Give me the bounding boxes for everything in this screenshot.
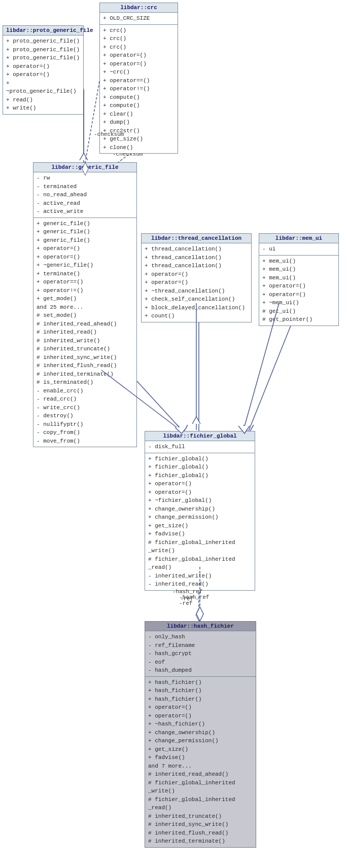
libdar-thread-cancellation-title: libdar::thread_cancellation [142, 234, 251, 243]
libdar-mem-ui-methods: + mem_ui() + mem_ui() + mem_ui() + opera… [259, 256, 338, 326]
libdar-proto-generic-file-methods: + proto_generic_file() + proto_generic_f… [3, 35, 83, 114]
libdar-hash-fichier-fields: - only_hash - ref_filename - hash_gcrypt… [145, 631, 256, 677]
libdar-fichier-global-box: libdar::fichier_global - disk_full + fic… [145, 431, 255, 591]
hash-ref-text: -hash_ref [179, 594, 209, 600]
libdar-crc-title: libdar::crc [100, 3, 178, 13]
libdar-hash-fichier-title: libdar::hash_fichier [145, 622, 256, 631]
svg-line-9 [85, 81, 99, 162]
libdar-generic-file-methods: + generic_file() + generic_file() + gene… [33, 218, 136, 447]
libdar-proto-generic-file-box: libdar::proto_generic_file + proto_gener… [3, 25, 84, 115]
libdar-fichier-global-title: libdar::fichier_global [145, 431, 255, 441]
hash-ref-label: -hash_ref -ref [179, 594, 209, 606]
libdar-fichier-global-fields: - disk_full [145, 441, 255, 453]
svg-marker-16 [196, 607, 203, 621]
libdar-thread-cancellation-box: libdar::thread_cancellation + thread_can… [141, 233, 252, 322]
svg-marker-7 [196, 608, 202, 621]
libdar-hash-fichier-box: libdar::hash_fichier - only_hash - ref_f… [145, 621, 256, 848]
libdar-mem-ui-fields: - ui [259, 243, 338, 256]
libdar-generic-file-box: libdar::generic_file - rw - terminated -… [33, 162, 137, 447]
libdar-proto-generic-file-title: libdar::proto_generic_file [3, 26, 83, 35]
libdar-crc-fields: + OLD_CRC_SIZE [100, 13, 178, 25]
libdar-crc-methods: + crc() + crc() + crc() + operator=() + … [100, 25, 178, 154]
libdar-crc-box: libdar::crc + OLD_CRC_SIZE + crc() + crc… [99, 3, 178, 154]
libdar-thread-cancellation-methods: + thread_cancellation() + thread_cancell… [142, 243, 251, 322]
ref-text: -ref [179, 600, 192, 606]
libdar-generic-file-fields: - rw - terminated - no_read_ahead - acti… [33, 172, 136, 218]
libdar-generic-file-title: libdar::generic_file [33, 163, 136, 172]
libdar-mem-ui-title: libdar::mem_ui [259, 234, 338, 243]
libdar-hash-fichier-methods: + hash_fichier() + hash_fichier() + hash… [145, 677, 256, 847]
libdar-mem-ui-box: libdar::mem_ui - ui + mem_ui() + mem_ui(… [259, 233, 339, 326]
libdar-fichier-global-methods: + fichier_global() + fichier_global() + … [145, 453, 255, 590]
